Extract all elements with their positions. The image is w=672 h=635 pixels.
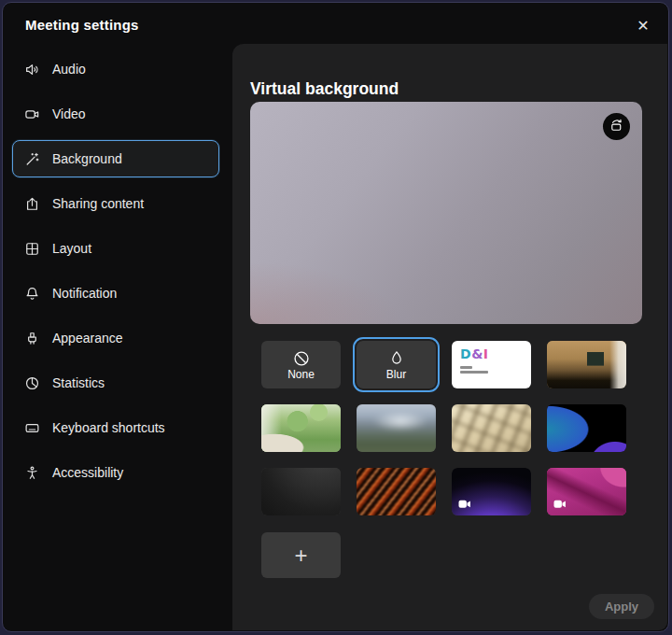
sidebar-item-audio[interactable]: Audio bbox=[12, 50, 219, 88]
camera-badge-icon bbox=[458, 500, 471, 509]
tile-photo bbox=[547, 341, 626, 388]
add-background-button[interactable]: + bbox=[261, 532, 341, 578]
logo-tagline-line bbox=[460, 371, 488, 374]
sidebar-item-label: Layout bbox=[52, 241, 91, 256]
sidebar-item-label: Accessibility bbox=[52, 465, 123, 480]
dei-logo-text: D&I bbox=[460, 347, 489, 360]
sidebar-item-label: Video bbox=[52, 106, 86, 121]
panel-heading: Virtual background bbox=[250, 79, 399, 99]
background-tile-pink-abstract[interactable] bbox=[547, 468, 626, 515]
settings-sidebar: AudioVideoBackgroundSharing contentLayou… bbox=[12, 50, 219, 499]
sidebar-item-appearance[interactable]: Appearance bbox=[12, 319, 219, 357]
flip-camera-icon bbox=[609, 118, 624, 136]
tile-photo bbox=[357, 468, 436, 515]
sidebar-item-label: Appearance bbox=[52, 331, 123, 346]
tile-photo bbox=[261, 468, 341, 515]
background-tile-none[interactable]: None bbox=[261, 341, 341, 388]
pie-chart-icon bbox=[24, 375, 40, 391]
prohibition-icon bbox=[292, 349, 311, 368]
sidebar-item-video[interactable]: Video bbox=[12, 95, 219, 133]
close-icon: ✕ bbox=[637, 17, 649, 35]
tile-photo bbox=[547, 404, 626, 452]
sidebar-item-background[interactable]: Background bbox=[12, 140, 219, 177]
background-tile-window-light[interactable] bbox=[452, 404, 531, 452]
logo-tagline-line bbox=[460, 366, 472, 369]
tile-photo bbox=[357, 404, 436, 452]
sidebar-item-label: Sharing content bbox=[52, 196, 144, 211]
camera-preview bbox=[250, 102, 642, 324]
apply-button[interactable]: Apply bbox=[589, 594, 654, 619]
tile-photo bbox=[452, 404, 531, 452]
sidebar-item-keyboard[interactable]: Keyboard shortcuts bbox=[12, 409, 219, 446]
flip-camera-button[interactable] bbox=[603, 113, 630, 140]
sidebar-item-accessibility[interactable]: Accessibility bbox=[12, 454, 219, 491]
bell-icon bbox=[24, 286, 40, 302]
camera-badge-icon bbox=[553, 500, 567, 509]
background-tile-patio[interactable] bbox=[261, 404, 341, 452]
background-tile-lava[interactable] bbox=[357, 468, 436, 515]
background-tile-mountains[interactable] bbox=[357, 404, 436, 452]
tile-label: Blur bbox=[386, 369, 406, 381]
sidebar-item-sharing[interactable]: Sharing content bbox=[12, 185, 219, 222]
accessibility-icon bbox=[24, 465, 40, 481]
sidebar-item-label: Background bbox=[52, 151, 122, 166]
background-tile-abstract-blue[interactable] bbox=[547, 404, 626, 452]
background-tile-office[interactable] bbox=[547, 341, 626, 388]
sidebar-item-label: Notification bbox=[52, 286, 117, 301]
sidebar-item-label: Keyboard shortcuts bbox=[52, 420, 165, 435]
dialog-title: Meeting settings bbox=[25, 17, 139, 33]
close-button[interactable]: ✕ bbox=[629, 12, 657, 40]
background-tile-blur[interactable]: Blur bbox=[357, 341, 436, 388]
meeting-settings-dialog: Meeting settings ✕ AudioVideoBackgroundS… bbox=[2, 2, 669, 632]
camera-icon bbox=[24, 106, 40, 122]
background-tile-purple-glow[interactable] bbox=[452, 468, 531, 515]
virtual-background-panel: Virtual background NoneBlurD&I + Apply bbox=[232, 44, 667, 630]
brush-icon bbox=[24, 331, 40, 346]
sidebar-item-layout[interactable]: Layout bbox=[12, 230, 219, 267]
keyboard-icon bbox=[24, 420, 40, 436]
magic-wand-icon bbox=[24, 151, 40, 167]
plus-icon: + bbox=[294, 543, 307, 568]
sidebar-item-notification[interactable]: Notification bbox=[12, 275, 219, 312]
sidebar-item-label: Audio bbox=[52, 62, 86, 77]
grid-icon bbox=[24, 241, 40, 257]
background-tile-grid: NoneBlurD&I bbox=[261, 341, 626, 515]
background-tile-dark-swirl[interactable] bbox=[261, 468, 341, 515]
sidebar-item-statistics[interactable]: Statistics bbox=[12, 364, 219, 402]
tile-photo bbox=[261, 404, 341, 452]
background-tile-dei-logo[interactable]: D&I bbox=[452, 341, 531, 388]
share-icon bbox=[24, 196, 40, 212]
droplet-icon bbox=[387, 349, 406, 368]
tile-label: None bbox=[287, 369, 315, 381]
sidebar-item-label: Statistics bbox=[52, 375, 105, 390]
speaker-icon bbox=[24, 62, 40, 78]
